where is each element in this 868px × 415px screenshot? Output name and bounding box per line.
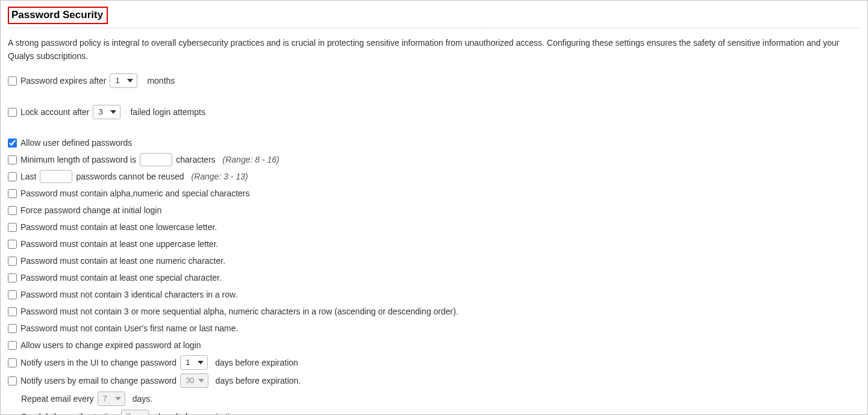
intro-text: A strong password policy is integral to … [8,37,860,63]
lbl-no-3-seq: Password must not contain 3 or more sequ… [20,305,458,317]
lbl-notify-email-suffix: days before expiration. [216,375,301,387]
lbl-repeat-email-suffix: days. [133,393,152,405]
sel-lock-account[interactable]: 3 [93,105,120,119]
row-no-name: Password must not contain User's first n… [8,322,860,335]
row-change-expired: Allow users to change expired password a… [8,339,860,352]
chk-lock-account[interactable] [8,108,17,117]
chk-one-upper[interactable] [8,240,17,249]
suffix-password-expires: months [147,75,175,87]
lbl-notify-ui-suffix: days before expiration [215,357,298,369]
sel-notify-email-value: 30 [186,375,194,387]
row-notify-ui: Notify users in the UI to change passwor… [8,355,860,370]
lbl-notify-email-pre: Notify users by email to change password [20,375,176,387]
chk-last-passwords[interactable] [8,172,17,181]
row-daily-emails: Send daily emails starting 7 days before… [8,410,860,415]
lbl-one-upper: Password must contain at least one upper… [20,238,218,250]
row-one-upper: Password must contain at least one upper… [8,237,860,251]
lbl-repeat-email-pre: Repeat email every [21,393,94,405]
sel-password-expires-value: 1 [115,75,119,87]
sel-repeat-email[interactable]: 7 [98,392,125,406]
sel-password-expires[interactable]: 1 [110,73,137,88]
chk-one-numeric[interactable] [8,257,17,266]
row-last-passwords: Last passwords cannot be reused (Range: … [8,170,860,183]
sel-daily-emails[interactable]: 7 [121,410,149,415]
lbl-last-suffix: passwords cannot be reused [76,170,184,183]
input-min-length[interactable] [140,153,172,166]
lbl-no-3-identical: Password must not contain 3 identical ch… [20,289,237,301]
chk-allow-user-defined[interactable] [8,139,17,148]
chk-change-expired[interactable] [8,341,17,350]
row-allow-user-defined: Allow user defined passwords [8,136,860,149]
lbl-one-lower: Password must contain at least one lower… [20,221,217,233]
sel-notify-ui-value: 1 [186,357,190,369]
sel-notify-ui[interactable]: 1 [180,355,208,370]
sel-lock-account-value: 3 [98,106,102,118]
lbl-min-length-pre: Minimum length of password is [20,154,136,166]
row-force-initial: Force password change at initial login [8,204,860,217]
chevron-down-icon [198,361,204,364]
chk-force-initial[interactable] [8,206,17,215]
row-one-special: Password must contain at least one speci… [8,271,860,284]
chevron-down-icon [110,110,116,114]
row-password-expires: Password expires after 1 months [8,73,860,88]
lbl-alpha-num-special: Password must contain alpha,numeric and … [20,187,250,199]
lbl-last-pre: Last [20,170,36,183]
chevron-down-icon [127,79,133,83]
chk-min-length[interactable] [8,155,17,164]
lbl-daily-emails-pre: Send daily emails starting [21,411,117,415]
lbl-lock-account: Lock account after [20,106,89,118]
section-title: Password Security [8,7,108,24]
chk-one-special[interactable] [8,273,17,282]
row-no-3-seq: Password must not contain 3 or more sequ… [8,305,860,318]
chk-alpha-num-special[interactable] [8,189,17,198]
lbl-one-special: Password must contain at least one speci… [20,272,222,284]
hint-min-length: (Range: 8 - 16) [223,154,279,166]
chk-no-name[interactable] [8,324,17,333]
row-lock-account: Lock account after 3 failed login attemp… [8,105,860,119]
chk-password-expires[interactable] [8,76,17,86]
row-repeat-email: Repeat email every 7 days. [8,392,860,406]
row-notify-email: Notify users by email to change password… [8,373,860,388]
lbl-force-initial: Force password change at initial login [20,204,161,216]
chk-no-3-seq[interactable] [8,307,17,316]
lbl-change-expired: Allow users to change expired password a… [20,339,201,351]
chevron-down-icon [115,397,121,401]
input-last-passwords[interactable] [40,170,72,183]
lbl-one-numeric: Password must contain at least one numer… [20,255,225,267]
chk-notify-ui[interactable] [8,358,17,367]
suffix-lock-account: failed login attempts [130,106,205,118]
lbl-daily-emails-suffix: days before expiration [156,411,239,415]
lbl-notify-ui-pre: Notify users in the UI to change passwor… [20,357,176,369]
row-one-numeric: Password must contain at least one numer… [8,254,860,267]
row-min-length: Minimum length of password is characters… [8,153,860,166]
lbl-min-length-suffix: characters [176,154,215,166]
lbl-no-name: Password must not contain User's first n… [20,322,238,334]
row-one-lower: Password must contain at least one lower… [8,220,860,234]
sel-repeat-email-value: 7 [103,393,107,405]
password-security-panel: Password Security A strong password poli… [0,0,868,415]
title-row: Password Security [8,7,860,28]
chk-no-3-identical[interactable] [8,290,17,299]
sel-notify-email[interactable]: 30 [180,373,208,388]
lbl-password-expires: Password expires after [20,75,106,87]
lbl-allow-user-defined: Allow user defined passwords [20,137,132,149]
chk-notify-email[interactable] [8,376,17,385]
row-no-3-identical: Password must not contain 3 identical ch… [8,288,860,301]
chk-one-lower[interactable] [8,223,17,232]
row-alpha-num-special: Password must contain alpha,numeric and … [8,187,860,200]
hint-last-passwords: (Range: 3 - 13) [191,170,248,183]
sel-daily-emails-value: 7 [126,411,131,415]
chevron-down-icon [198,379,204,382]
